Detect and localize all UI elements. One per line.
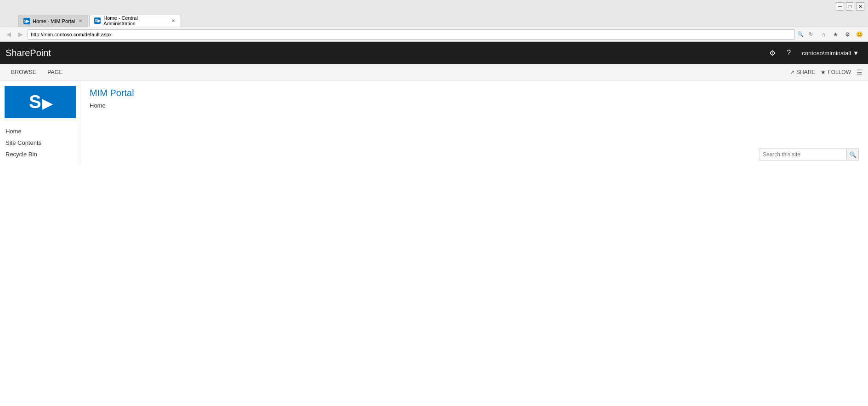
tab-icon-admin: S▶ — [94, 17, 101, 24]
sp-app-title: SharePoint — [6, 48, 766, 58]
svg-text:S: S — [29, 91, 41, 112]
sp-search-icon: 🔍 — [849, 151, 857, 158]
browser-chrome: ─ □ ✕ S▶ Home - MIM Portal ✕ S▶ Home - C… — [0, 0, 868, 42]
follow-icon: ★ — [821, 69, 826, 75]
ribbon-collapse-button[interactable]: ☰ — [857, 69, 862, 76]
settings-icon[interactable]: ⚙ — [842, 29, 852, 40]
address-search-icon[interactable]: 🔍 — [796, 30, 805, 39]
sp-search-container: 🔍 — [760, 149, 859, 160]
sp-site-logo: S ▶ — [5, 86, 76, 118]
back-button[interactable]: ◀ — [4, 29, 14, 40]
sp-ribbon: BROWSE PAGE ↗ SHARE ★ FOLLOW ☰ — [0, 64, 868, 80]
sp-sidebar: S ▶ Home Site Contents Recycle Bin — [0, 80, 80, 166]
sp-breadcrumb: Home — [90, 102, 859, 109]
refresh-button[interactable]: ↻ — [806, 30, 815, 39]
sidebar-item-site-contents[interactable]: Site Contents — [0, 137, 80, 149]
sidebar-item-recycle-bin[interactable]: Recycle Bin — [0, 149, 80, 160]
share-label: SHARE — [796, 69, 815, 75]
browser-tab-central-admin[interactable]: S▶ Home - Central Administration ✕ — [89, 15, 181, 27]
sp-user-menu[interactable]: contoso\miminstall ▼ — [798, 47, 862, 59]
sp-search-input[interactable] — [760, 149, 847, 160]
sp-page: S ▶ Home Site Contents Recycle Bin MIM P… — [0, 80, 868, 166]
favorites-icon[interactable]: ★ — [830, 29, 840, 40]
sp-main-content: MIM Portal Home — [80, 80, 868, 166]
tab-close-mim[interactable]: ✕ — [78, 18, 83, 24]
browser-toolbar-icons: ⌂ ★ ⚙ 😊 — [818, 29, 864, 40]
tab-label-admin: Home - Central Administration — [103, 15, 168, 26]
close-button[interactable]: ✕ — [856, 2, 864, 11]
sp-logo-svg: S ▶ — [27, 91, 54, 114]
browser-tab-mim-portal[interactable]: S▶ Home - MIM Portal ✕ — [18, 15, 88, 27]
svg-text:▶: ▶ — [42, 97, 53, 111]
home-icon[interactable]: ⌂ — [818, 29, 828, 40]
minimize-button[interactable]: ─ — [836, 2, 844, 11]
title-bar: ─ □ ✕ — [0, 0, 868, 13]
sp-user-name: contoso\miminstall — [802, 50, 851, 57]
sp-search-button[interactable]: 🔍 — [847, 149, 859, 160]
tab-close-admin[interactable]: ✕ — [170, 18, 176, 24]
user-icon[interactable]: 😊 — [854, 29, 864, 40]
ribbon-tab-page[interactable]: PAGE — [42, 65, 68, 79]
sp-topbar: SharePoint ⚙ ? contoso\miminstall ▼ — [0, 42, 868, 64]
address-bar: ◀ ▶ 🔍 ↻ ⌂ ★ ⚙ 😊 — [0, 27, 868, 41]
sp-ribbon-actions: ↗ SHARE ★ FOLLOW ☰ — [790, 69, 862, 76]
sp-settings-icon[interactable]: ⚙ — [766, 46, 779, 60]
title-bar-controls: ─ □ ✕ — [836, 2, 864, 11]
share-button[interactable]: ↗ SHARE — [790, 69, 815, 75]
address-input[interactable] — [28, 29, 794, 40]
ribbon-tab-browse[interactable]: BROWSE — [6, 65, 42, 79]
sidebar-item-home[interactable]: Home — [0, 126, 80, 137]
forward-button[interactable]: ▶ — [16, 29, 26, 40]
tab-bar: S▶ Home - MIM Portal ✕ S▶ Home - Central… — [0, 13, 868, 27]
follow-label: FOLLOW — [828, 69, 851, 75]
share-icon: ↗ — [790, 69, 794, 75]
tab-icon-mim: S▶ — [23, 18, 30, 24]
tab-label-mim: Home - MIM Portal — [33, 18, 75, 24]
sp-help-icon[interactable]: ? — [783, 46, 794, 60]
sp-topbar-actions: ⚙ ? contoso\miminstall ▼ — [766, 46, 862, 60]
follow-button[interactable]: ★ FOLLOW — [821, 69, 851, 75]
maximize-button[interactable]: □ — [846, 2, 854, 11]
sp-user-arrow-icon: ▼ — [853, 50, 859, 57]
sharepoint-app: SharePoint ⚙ ? contoso\miminstall ▼ BROW… — [0, 42, 868, 166]
sp-site-title[interactable]: MIM Portal — [90, 88, 859, 98]
